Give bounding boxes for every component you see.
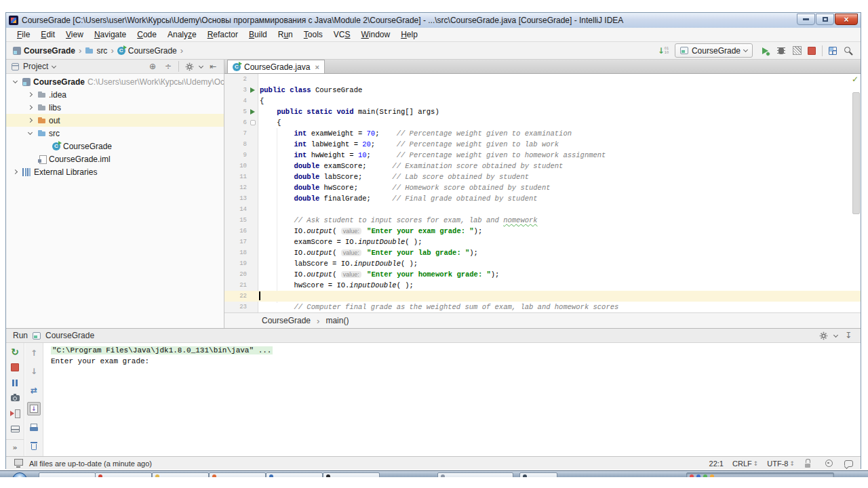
menu-code[interactable]: Code [132,28,162,41]
debug-button[interactable] [776,45,787,56]
stop-run-icon[interactable] [8,363,22,372]
chevron-down-icon[interactable] [52,63,56,68]
menu-edit[interactable]: Edit [35,28,60,41]
chevron-down-icon[interactable] [199,63,203,68]
binary-sort-icon[interactable] [658,45,669,56]
taskbar-button-3[interactable] [152,472,209,477]
tree-item-coursegrade-iml[interactable]: CourseGrade.iml [6,152,224,165]
coverage-button[interactable] [793,46,802,55]
code-line-7[interactable]: 7 int examWeight = 70; // Percentage wei… [224,128,861,139]
code-line-13[interactable]: 13 double finalGrade; // Final grade obt… [224,193,861,204]
hide-panel-icon[interactable]: ↧ [843,330,854,341]
restore-layout-icon[interactable] [8,424,22,434]
code-line-8[interactable]: 8 int labWeight = 20; // Percentage weig… [224,139,861,150]
tree-item-out[interactable]: out [6,114,224,127]
code-line-15[interactable]: 15 // Ask student to input scores for ex… [224,215,861,226]
code-line-6[interactable]: 6 { [224,117,861,128]
code-line-14[interactable]: 14 [224,204,861,215]
print-icon[interactable] [27,421,41,434]
tree-item-coursegrade[interactable]: CourseGrade [6,140,224,152]
breadcrumb-item-coursegrade[interactable]: CourseGrade [13,46,75,56]
breadcrumb-item-coursegrade[interactable]: CourseGrade [117,46,177,56]
code-line-3[interactable]: 3public class CourseGrade [224,85,861,96]
fold-icon[interactable] [249,119,256,127]
tree-item-src[interactable]: src [6,127,224,140]
taskbar-button-6[interactable] [323,472,380,477]
event-log-bubble-icon[interactable] [843,458,854,469]
taskbar-button-9[interactable] [686,472,834,477]
pause-icon[interactable] [8,378,22,388]
editor-breadcrumb-coursegrade[interactable]: CourseGrade [262,316,311,325]
taskbar-button-2[interactable] [95,472,152,477]
code-line-5[interactable]: 5 public static void main(String[] args) [224,106,861,117]
gear-icon[interactable] [818,330,829,341]
toggle-toolwindows-icon[interactable] [13,458,24,469]
chevron-right-icon[interactable] [25,106,35,109]
menu-run[interactable]: Run [273,28,298,41]
code-line-9[interactable]: 9 int hwWeight = 10; // Percentage weigh… [224,150,861,161]
close-button[interactable]: × [835,14,858,25]
chevron-right-icon[interactable] [25,93,35,96]
code-line-17[interactable]: 17 examScore = IO.inputDouble( ); [224,237,861,247]
code-line-16[interactable]: 16 IO.output( value: "Enter your exam gr… [224,226,861,237]
menu-view[interactable]: View [60,28,89,41]
taskbar-button-1[interactable] [39,472,96,477]
run-tab-label[interactable]: CourseGrade [45,331,94,340]
hide-panel-icon[interactable]: ⇤ [208,61,218,72]
menu-navigate[interactable]: Navigate [89,28,132,41]
tool-windows-button[interactable] [829,47,837,55]
soft-wrap-icon[interactable]: ⇄ [27,384,41,396]
run-line-icon[interactable] [249,87,256,94]
close-tab-icon[interactable]: × [315,63,319,71]
up-stack-icon[interactable]: ↑ [27,346,41,359]
menu-help[interactable]: Help [395,28,423,41]
code-line-20[interactable]: 20 IO.output( value: "Enter your homewor… [224,269,861,280]
tree-item-libs[interactable]: libs [6,101,224,114]
run-button[interactable] [759,45,770,56]
menu-window[interactable]: Window [355,28,395,41]
rerun-icon[interactable]: ↻ [8,346,22,357]
run-config-selector[interactable]: CourseGrade [675,43,753,58]
taskbar-button-7[interactable] [437,472,513,477]
collapse-all-icon[interactable]: ÷ [163,61,174,72]
tree-item-coursegrade[interactable]: CourseGradeC:\Users\user\Work\Курсы\Udem… [6,75,224,88]
exit-icon[interactable] [8,408,22,419]
tree-item--idea[interactable]: .idea [6,88,224,101]
search-everywhere-button[interactable] [843,45,854,56]
code-line-19[interactable]: 19 labScore = IO.inputDouble( ); [224,258,861,269]
run-line-icon[interactable] [249,108,256,116]
code-line-2[interactable]: 2 [224,74,861,85]
tree-item-external-libraries[interactable]: External Libraries [6,165,224,178]
code-line-10[interactable]: 10 double examScore; // Examination scor… [224,161,861,171]
code-line-11[interactable]: 11 double labScore; // Lab score obtaine… [224,171,861,182]
minimize-button[interactable] [797,14,815,25]
encoding-selector[interactable]: UTF-8↕ [767,460,795,468]
run-panel-title[interactable]: Run [13,331,28,340]
taskbar-button-8[interactable] [519,472,557,477]
code-line-4[interactable]: 4{ [224,96,861,106]
down-stack-icon[interactable]: ↓ [27,365,41,378]
stop-button[interactable] [808,47,816,55]
maximize-button[interactable] [816,14,834,25]
chevron-down-icon[interactable] [25,132,35,134]
menu-file[interactable]: File [12,28,35,41]
breadcrumb-item-src[interactable]: src [85,46,107,56]
taskbar-button-4[interactable] [209,472,266,477]
editor-body[interactable]: 23public class CourseGrade4{5 public sta… [224,74,861,312]
more-icon[interactable]: » [6,439,24,453]
run-console[interactable]: "C:\Program Files\Java\jdk1.8.0_131\bin\… [44,343,861,456]
menu-vcs[interactable]: VCS [328,28,356,41]
chevron-down-icon[interactable] [833,332,838,337]
lock-icon[interactable] [804,458,814,469]
gear-icon[interactable] [184,61,195,72]
menu-refactor[interactable]: Refactor [202,28,243,41]
project-panel-title[interactable]: Project [23,62,48,71]
start-button[interactable] [12,472,27,477]
code-line-12[interactable]: 12 double hwScore; // Homework score obt… [224,182,861,193]
code-line-23[interactable]: 23 // Computer final grade as the weight… [224,302,861,312]
hector-inspector-icon[interactable] [823,458,834,469]
code-line-21[interactable]: 21 hwScore = IO.inputDouble( ); [224,280,861,291]
tab-coursegrade-java[interactable]: CourseGrade.java × [227,60,325,73]
line-separator-selector[interactable]: CRLF↕ [732,460,758,468]
editor-breadcrumb-main[interactable]: main() [326,316,349,325]
